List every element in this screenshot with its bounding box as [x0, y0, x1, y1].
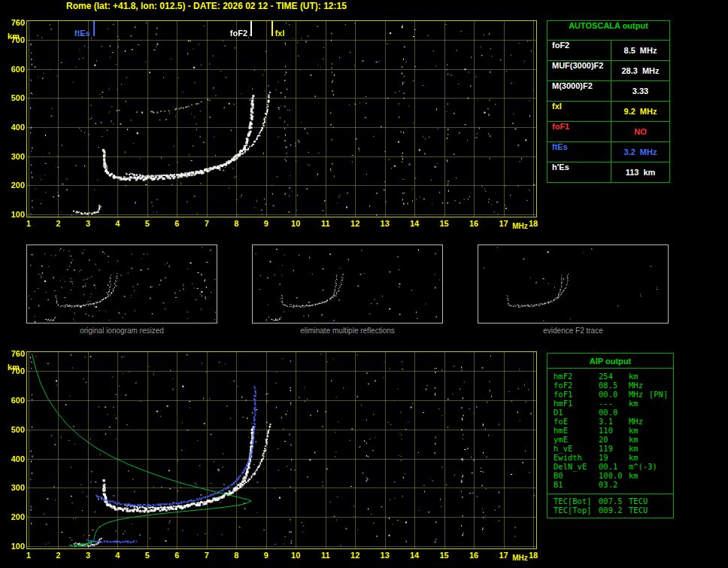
x-axis-tick-label: 3 — [80, 551, 96, 560]
thumbnail-caption-eliminate: eliminate multiple reflections — [252, 327, 443, 335]
x-axis-tick-label: 11 — [318, 219, 333, 228]
x-axis-tick-label: 2 — [50, 219, 65, 228]
x-axis-tick-label: 16 — [466, 219, 481, 228]
x-axis-tick-label: 15 — [437, 219, 452, 228]
x-axis-tick-label: 2 — [50, 551, 65, 560]
aip-row-hmf2: hmF2254km — [554, 372, 670, 381]
x-axis-tick-label: 10 — [288, 219, 303, 228]
ionogram-plot-top — [26, 20, 537, 217]
autoscala-row-label: MUF(3000)F2 — [548, 61, 611, 80]
autoscala-row-label: M(3000)F2 — [548, 81, 611, 101]
ionogram-canvas-bottom — [27, 352, 536, 548]
ionogram-plot-bottom — [26, 351, 537, 549]
aip-row-fof1: foF100.0MHz[PN] — [554, 390, 670, 399]
aip-row-fof2: foF208.5MHz — [554, 381, 670, 390]
autoscala-row-label: ftEs — [548, 142, 611, 162]
aip-tec-rows: TEC[Bot]007.5TECUTEC[Top]009.2TECU — [548, 494, 673, 518]
ionogram-canvas-top — [27, 21, 536, 217]
autoscala-row-fof1: foF1NO — [548, 122, 669, 142]
autoscala-row-value: 9.2MHz — [611, 102, 669, 121]
x-axis-tick-label: 4 — [110, 219, 125, 228]
thumbnail-eliminate-reflections — [252, 245, 443, 323]
x-axis-tick-label: 5 — [140, 219, 155, 228]
autoscala-row-fxi: fxI9.2MHz — [548, 102, 669, 122]
x-axis-tick-label: 12 — [347, 551, 362, 560]
y-axis-tick-label: 760 — [0, 349, 25, 358]
x-axis-tick-label: 14 — [407, 219, 422, 228]
aip-parameter-rows: hmF2254kmfoF208.5MHzfoF100.0MHz[PN]hmF1-… — [548, 369, 673, 491]
aip-row-hme: hmE110km — [554, 426, 670, 435]
ftes-marker-line — [93, 21, 95, 36]
y-axis-tick-label: 500 — [0, 425, 25, 434]
aip-row-tecbot: TEC[Bot]007.5TECU — [554, 497, 670, 506]
x-axis-tick-label: 16 — [466, 551, 481, 560]
y-axis-tick-label: 600 — [0, 65, 25, 74]
x-axis-tick-label: 13 — [378, 219, 393, 228]
aip-row-b0: B0100.0km — [554, 471, 670, 480]
aip-row-b1: B103.2 — [554, 480, 670, 489]
y-axis-unit-label: km — [0, 32, 20, 41]
x-axis-tick-label: 11 — [318, 551, 333, 560]
autoscala-row-value: 3.33 — [611, 81, 669, 101]
autoscala-row-value: 3.2MHz — [611, 142, 669, 162]
y-axis-tick-label: 200 — [0, 181, 25, 190]
x-axis-tick-label: 7 — [199, 551, 214, 560]
y-axis-tick-label: 200 — [0, 512, 25, 521]
thumbnail-canvas-original — [27, 245, 217, 323]
y-axis-tick-label: 100 — [0, 542, 25, 551]
x-axis-tick-label: 8 — [229, 551, 244, 560]
y-axis-tick-label: 300 — [0, 152, 25, 161]
y-axis-tick-label: 600 — [0, 396, 25, 405]
x-axis-tick-label: 9 — [259, 219, 274, 228]
x-axis-tick-label: 13 — [378, 551, 393, 560]
autoscala-row-label: foF1 — [548, 122, 611, 141]
autoscala-row-m3000f2: M(3000)F23.33 — [548, 81, 669, 102]
aip-row-tectop: TEC[Top]009.2TECU — [554, 506, 670, 515]
page-title: Rome (lat: +41.8, lon: 012.5) - DATE: 20… — [66, 1, 347, 11]
aip-row-foe: foE3.1MHz — [554, 417, 670, 426]
autoscala-row-muf3000f2: MUF(3000)F228.3MHz — [548, 61, 669, 81]
x-axis-tick-label: 10 — [288, 551, 303, 560]
aip-output-table: AIP outputhmF2254kmfoF208.5MHzfoF100.0MH… — [547, 353, 674, 518]
x-axis-tick-label: 8 — [229, 219, 244, 228]
x-axis-tick-label: 17 — [496, 219, 511, 228]
y-axis-tick-label: 400 — [0, 454, 25, 463]
x-axis-tick-label: 7 — [199, 219, 214, 228]
autoscala-row-value: 28.3MHz — [611, 61, 669, 80]
autoscala-row-value: 113km — [611, 163, 669, 182]
ftes-marker-label: ftEs — [65, 29, 90, 38]
autoscala-row-hes: h'Es113km — [548, 163, 669, 182]
aip-row-hmf1: hmF1---km — [554, 399, 670, 408]
aip-row-ewidth: Ewidth19km — [554, 453, 670, 462]
y-axis-tick-label: 300 — [0, 483, 25, 492]
x-axis-tick-label: 17 — [496, 551, 511, 560]
thumbnail-canvas-evidence — [478, 245, 668, 323]
y-axis-tick-label: 500 — [0, 93, 25, 102]
autoscala-row-fof2: foF28.5MHz — [548, 41, 669, 61]
fxi-marker-line — [271, 21, 273, 36]
aip-row-hve: h_vE119km — [554, 444, 670, 453]
x-axis-tick-label: 4 — [110, 551, 125, 560]
x-axis-tick-label: 9 — [259, 551, 274, 560]
autoscala-table-title: AUTOSCALA output — [548, 21, 669, 41]
x-axis-tick-label: 1 — [21, 551, 36, 560]
autoscala-row-label: foF2 — [548, 41, 611, 60]
x-axis-unit-label: MHz — [512, 554, 532, 563]
x-axis-tick-label: 6 — [169, 551, 184, 560]
y-axis-unit-label: km — [0, 363, 20, 372]
autoscala-row-ftes: ftEs3.2MHz — [548, 142, 669, 163]
x-axis-tick-label: 6 — [169, 219, 184, 228]
x-axis-tick-label: 12 — [347, 219, 362, 228]
y-axis-tick-label: 400 — [0, 123, 25, 132]
autoscala-row-label: h'Es — [548, 163, 611, 182]
autoscala-row-value: 8.5MHz — [611, 41, 669, 60]
autoscala-window: Rome (lat: +41.8, lon: 012.5) - DATE: 20… — [0, 0, 728, 568]
autoscala-output-table: AUTOSCALA outputfoF28.5MHzMUF(3000)F228.… — [547, 20, 670, 183]
x-axis-tick-label: 15 — [437, 551, 452, 560]
thumbnail-original-ionogram — [26, 245, 217, 323]
aip-row-yme: ymE20km — [554, 435, 670, 444]
aip-row-delnve: DelN_vE00.1m^(-3) — [554, 462, 670, 471]
x-axis-tick-label: 5 — [140, 551, 155, 560]
thumbnail-caption-evidence: evidence F2 trace — [478, 327, 669, 335]
fof2-marker-label: foF2 — [223, 29, 247, 38]
